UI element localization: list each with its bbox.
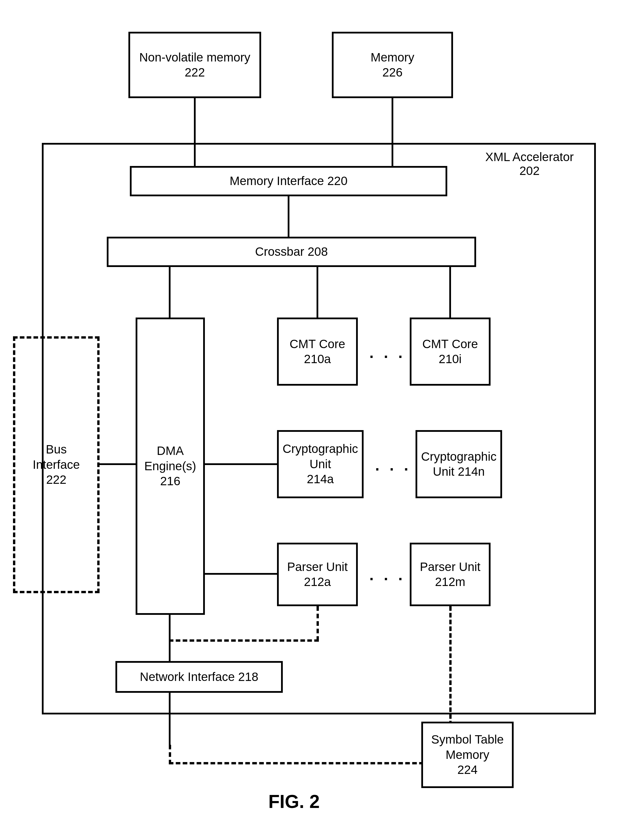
dline-parsers-connect-h (169, 639, 319, 642)
figure-title: FIG. 2 (268, 791, 320, 812)
line-dma-crypto (205, 463, 277, 465)
parser-m-label: Parser Unit (420, 559, 480, 575)
cmt-i-box: CMT Core 210i (410, 318, 491, 386)
parser-m-ref: 212m (435, 574, 465, 590)
nvmem-ref: 222 (185, 65, 205, 80)
symbol-table-box: Symbol Table Memory 224 (421, 721, 514, 788)
bus-if-ref: 222 (46, 472, 66, 487)
memory-ref: 226 (382, 65, 403, 80)
dline-below-netif-v (169, 745, 171, 764)
cmt-a-label: CMT Core (290, 337, 346, 352)
line-crossbar-cmti (449, 267, 451, 318)
accelerator-container (42, 143, 596, 714)
crypto-a-line1: Cryptographic (283, 441, 358, 457)
symbol-table-ref: 224 (457, 762, 478, 778)
line-dma-netif (169, 615, 171, 661)
net-if-box: Network Interface 218 (115, 661, 283, 693)
parser-a-label: Parser Unit (287, 559, 348, 575)
line-netif-out (169, 693, 171, 745)
dline-parser-m-down (449, 606, 452, 739)
parser-ellipsis: . . . (370, 566, 406, 584)
parser-a-ref: 212a (304, 574, 331, 590)
crypto-a-line2: Unit (310, 457, 331, 472)
dline-parser-a-down (317, 606, 319, 641)
line-busif-dma (99, 463, 136, 465)
memory-label: Memory (371, 50, 414, 65)
net-if-label: Network Interface 218 (140, 669, 259, 685)
crossbar-label: Crossbar 208 (255, 244, 328, 259)
crypto-a-box: Cryptographic Unit 214a (277, 430, 363, 498)
line-dma-parser (205, 573, 277, 575)
memory-box: Memory 226 (332, 32, 453, 98)
line-crossbar-cmta (317, 267, 318, 318)
symbol-table-line1: Symbol Table (431, 732, 504, 747)
parser-a-box: Parser Unit 212a (277, 543, 358, 606)
crypto-n-line2: Unit 214n (433, 464, 485, 479)
crypto-a-ref: 214a (307, 472, 333, 487)
crypto-n-line1: Cryptographic (421, 449, 496, 465)
nvmem-box: Non-volatile memory 222 (128, 32, 261, 98)
dma-line1: DMA (157, 443, 183, 459)
dline-to-symbol-h (169, 762, 452, 764)
crossbar-box: Crossbar 208 (107, 237, 476, 267)
cmt-a-ref: 210a (304, 351, 331, 367)
accelerator-title: XML Accelerator 202 (476, 150, 583, 178)
bus-if-box: Bus Interface 222 (13, 336, 99, 593)
cmt-a-box: CMT Core 210a (277, 318, 358, 386)
line-crossbar-dma (169, 267, 171, 318)
dma-ref: 216 (160, 474, 180, 489)
line-memif-crossbar (288, 196, 289, 237)
diagram-canvas: Non-volatile memory 222 Memory 226 XML A… (0, 0, 638, 840)
cmt-i-label: CMT Core (422, 337, 478, 352)
bus-if-line1: Bus (46, 442, 67, 457)
dma-line2: Engine(s) (144, 459, 196, 474)
bus-if-line2: Interface (33, 457, 80, 473)
crypto-n-box: Cryptographic Unit 214n (415, 430, 502, 498)
mem-if-box: Memory Interface 220 (130, 166, 447, 196)
nvmem-label: Non-volatile memory (139, 50, 250, 65)
cmt-i-ref: 210i (439, 351, 461, 367)
cmt-ellipsis: . . . (370, 343, 406, 361)
mem-if-label: Memory Interface 220 (230, 174, 348, 189)
crypto-ellipsis: . . . (375, 456, 411, 474)
accelerator-ref: 202 (520, 164, 540, 177)
dma-box: DMA Engine(s) 216 (136, 318, 205, 615)
accelerator-title-text: XML Accelerator (485, 150, 574, 164)
symbol-table-line2: Memory (445, 747, 490, 762)
parser-m-box: Parser Unit 212m (410, 543, 491, 606)
